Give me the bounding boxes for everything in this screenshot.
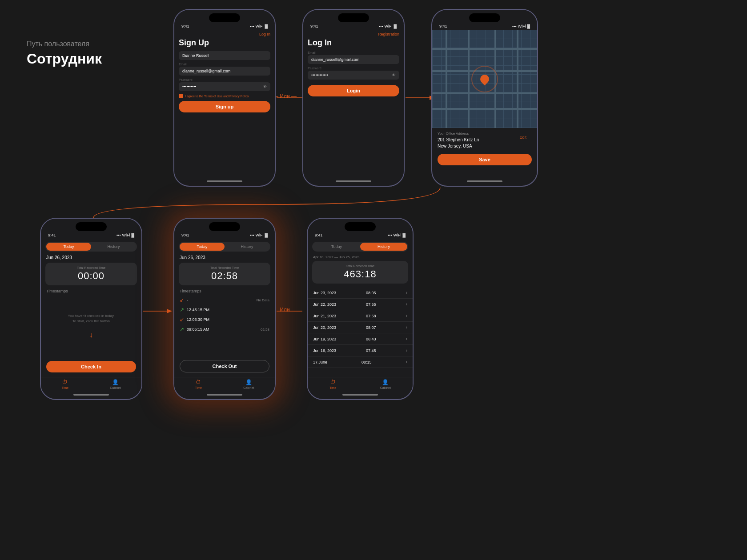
tab-today-today1[interactable]: Today: [46, 243, 91, 251]
nav-cabinet-label-history: Cabinet: [380, 386, 391, 389]
phone-login: 9:41 ▪▪▪ WiFi ▓ Registration Log In Emai…: [302, 9, 405, 187]
history-row-2[interactable]: Jun 21, 2023 07:58 ›: [308, 310, 413, 322]
ts-time-4: 09:05:15 AM: [187, 327, 258, 332]
password-label-signup: Password: [179, 78, 270, 81]
email-input-login[interactable]: dianne_russell@gmail.com: [308, 55, 399, 64]
ts-row-1: ↙ - No Data: [174, 295, 275, 305]
terms-checkbox[interactable]: [179, 94, 183, 98]
checkout-button-wrapper: Check Out: [174, 355, 275, 377]
notch-island-today1: [76, 222, 107, 231]
nav-cabinet-label-today1: Cabinet: [110, 386, 120, 389]
status-time-today1: 9:41: [48, 233, 56, 237]
nav-time-history[interactable]: ⏱ Time: [329, 379, 336, 389]
down-arrow-icon: ↓: [89, 328, 93, 342]
history-row-6[interactable]: 17.June 08:15 ›: [308, 356, 413, 368]
eye-icon-signup: 👁: [263, 84, 267, 89]
history-row-4[interactable]: Jun 19, 2023 06:43 ›: [308, 333, 413, 345]
status-bar-today2: 9:41 ▪▪▪ WiFi ▓: [174, 233, 275, 239]
tab-today-history[interactable]: Today: [313, 243, 360, 251]
empty-state-container: You haven't checked in today.To start, c…: [41, 295, 141, 356]
signal-icon: ▪▪▪: [250, 24, 254, 28]
name-input[interactable]: Dianne Russell: [179, 51, 270, 60]
map-view[interactable]: [432, 30, 537, 128]
user-path-section: Путь пользователя Сотрудник: [27, 40, 102, 67]
battery-icon-login: ▓: [394, 24, 397, 28]
status-time-login: 9:41: [310, 24, 318, 28]
ts-row-3: ↙ 12:03:30 PM: [174, 315, 275, 324]
status-bar-map: 9:41 ▪▪▪ WiFi ▓: [432, 24, 537, 30]
road-h4: [432, 108, 537, 110]
nav-cabinet-today2[interactable]: 👤 Cabinet: [243, 379, 254, 389]
notch-login: [303, 10, 404, 24]
notch-island-signup: [209, 13, 240, 22]
ts-time-1: -: [187, 298, 254, 302]
password-input-signup[interactable]: •••••••••• 👁: [179, 82, 270, 91]
terms-text: I agree to the Terms of Use and Privacy …: [185, 95, 249, 98]
ts-time-2: 12:45:15 PM: [187, 308, 269, 312]
road-v4: [517, 30, 518, 128]
history-row-0[interactable]: Jun 23, 2023 08:05 ›: [308, 287, 413, 299]
signup-button[interactable]: Sign up: [179, 101, 270, 112]
office-address-label: Your Office Address: [438, 132, 532, 136]
user-icon-history: 👤: [382, 379, 389, 385]
notch-signup: [174, 10, 275, 24]
nav-time-label-today2: Time: [195, 386, 202, 389]
status-right-login: ▪▪▪ WiFi ▓: [379, 24, 397, 28]
time-label-today1: Total Recorded Time: [50, 266, 133, 269]
email-input-signup[interactable]: dianne_russell@gmail.com: [179, 67, 270, 76]
checkout-button[interactable]: Check Out: [180, 360, 269, 372]
history-row-5[interactable]: Jun 16, 2023 07:45 ›: [308, 345, 413, 356]
tab-today-today2[interactable]: Today: [180, 243, 225, 251]
email-field-signup: Email dianne_russell@gmail.com: [179, 63, 270, 76]
phone-today-active: 9:41 ▪▪▪ WiFi ▓ Today History Jun 26, 20…: [173, 218, 276, 400]
eye-icon-login: 👁: [392, 73, 396, 77]
password-input-login[interactable]: •••••••••••• 👁: [308, 71, 399, 80]
tab-history-today1[interactable]: History: [91, 243, 136, 251]
nav-time-today2[interactable]: ⏱ Time: [195, 379, 202, 389]
status-time-today2: 9:41: [181, 233, 189, 237]
status-bar-signup: 9:41 ▪▪▪ WiFi ▓: [174, 24, 275, 30]
tab-history-today2[interactable]: History: [225, 243, 269, 251]
status-time-signup: 9:41: [181, 24, 189, 28]
registration-link[interactable]: Registration: [308, 32, 399, 36]
password-field-login: Password •••••••••••• 👁: [308, 67, 399, 80]
edit-address-button[interactable]: Edit: [519, 135, 526, 140]
password-field-signup: Password •••••••••• 👁: [179, 78, 270, 91]
home-bar-signup: [174, 178, 275, 186]
clock-icon-today2: ⏱: [196, 379, 201, 385]
empty-state-text: You haven't checked in today.To start, c…: [63, 309, 119, 328]
ts-out-icon-1: ↙: [180, 297, 184, 303]
tab-history-history[interactable]: History: [360, 243, 407, 251]
home-bar-today2: [174, 391, 275, 399]
status-bar-history: 9:41 ▪▪▪ WiFi ▓: [308, 233, 413, 239]
road-h1: [432, 48, 537, 50]
status-right-signup: ▪▪▪ WiFi ▓: [250, 24, 268, 28]
history-row-1[interactable]: Jun 22, 2023 07:55 ›: [308, 299, 413, 310]
or-top-label: — Или —: [273, 93, 297, 100]
checkin-button[interactable]: Check In: [46, 361, 136, 372]
status-time-map: 9:41: [439, 24, 447, 28]
bottom-nav-history: ⏱ Time 👤 Cabinet: [308, 377, 413, 391]
history-tabs: Today History: [312, 242, 408, 252]
map-screen-content: Your Office Address 201 Stephen Kritz Ln…: [432, 30, 537, 178]
login-link[interactable]: Log In: [179, 32, 270, 36]
history-date-range: Apr 10, 2022 — Jun 26, 2023: [308, 254, 413, 261]
login-button[interactable]: Login: [308, 85, 399, 96]
battery-icon: ▓: [265, 24, 268, 28]
save-address-button[interactable]: Save: [438, 154, 532, 165]
nav-cabinet-history[interactable]: 👤 Cabinet: [380, 379, 391, 389]
home-bar-today1: [41, 391, 141, 399]
user-icon-today2: 👤: [245, 379, 252, 385]
ts-in-icon-2: ↗: [180, 307, 184, 313]
nav-cabinet-today1[interactable]: 👤 Cabinet: [110, 379, 120, 389]
status-bar-login: 9:41 ▪▪▪ WiFi ▓: [303, 24, 404, 30]
office-address: 201 Stephen Kritz Ln New Jersey, USA: [438, 137, 532, 149]
history-row-3[interactable]: Jun 20, 2023 08:07 ›: [308, 322, 413, 333]
title-label: Сотрудник: [27, 51, 102, 67]
subtitle-label: Путь пользователя: [27, 40, 102, 48]
time-card-history: Total Recorded Time 463:18: [312, 261, 408, 284]
email-field-login: Email dianne_russell@gmail.com: [308, 51, 399, 64]
spacer-today2: [174, 334, 275, 355]
nav-time-today1[interactable]: ⏱ Time: [62, 379, 68, 389]
ts-row-2: ↗ 12:45:15 PM: [174, 305, 275, 315]
